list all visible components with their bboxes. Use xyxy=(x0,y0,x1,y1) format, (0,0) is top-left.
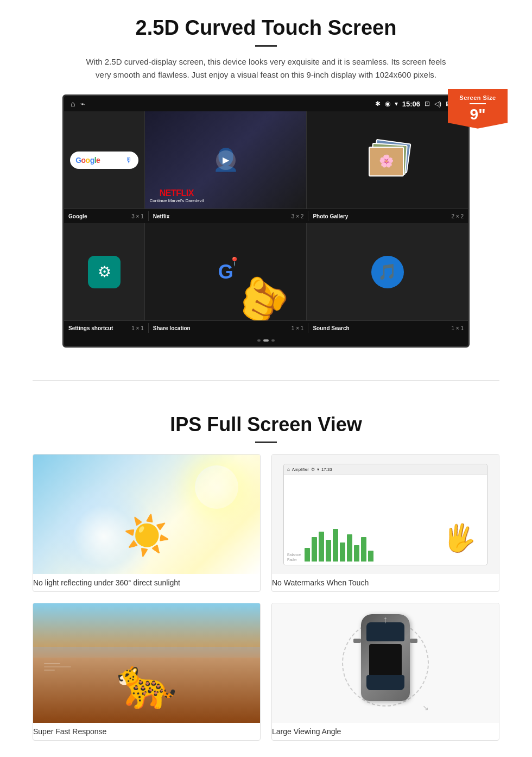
feature-card-car: ↑ ↘ Large Viewing Angle xyxy=(271,603,499,741)
sound-label-size: 1 × 1 xyxy=(451,325,464,331)
bluetooth-icon: ✱ xyxy=(375,100,381,108)
sunlight-glare-effect: ☀️ xyxy=(123,513,170,558)
google-maps-g: G 📍 xyxy=(218,261,233,283)
section-curved-screen: 2.5D Curved Touch Screen With 2.5D curve… xyxy=(0,0,532,358)
feature-card-equalizer: ⌂ Amplifier ⚙ ▾ 17:33 Balance Fader xyxy=(271,454,499,592)
motion-line-2 xyxy=(44,666,71,667)
eq-wifi-icon: ▾ xyxy=(317,467,319,472)
angle-arrow-br: ↘ xyxy=(422,703,429,712)
shareloc-label: Share location 1 × 1 xyxy=(149,323,309,333)
motion-lines xyxy=(44,663,71,671)
netflix-label-name: Netflix xyxy=(153,213,170,219)
motion-line-3 xyxy=(44,670,55,671)
cheetah-emoji: 🐆 xyxy=(116,655,177,712)
eq-bar-5 xyxy=(333,529,338,562)
shareloc-label-name: Share location xyxy=(153,325,191,331)
car-image: ↑ ↘ xyxy=(272,603,499,723)
app-labels-row-2: Settings shortcut 1 × 1 Share location 1… xyxy=(64,321,468,335)
motion-line-1 xyxy=(44,663,60,664)
status-bar: ⌂ ⌁ ✱ ◉ ▾ 15:06 ⊡ ◁) ⊠ ▭ xyxy=(64,96,468,111)
eq-bar-9 xyxy=(361,537,366,562)
eq-bar-3 xyxy=(319,532,324,562)
badge-divider xyxy=(470,103,486,104)
status-left: ⌂ ⌁ xyxy=(71,99,85,108)
google-app-cell[interactable]: Google 🎙 xyxy=(64,111,145,209)
car-top-view xyxy=(353,614,418,712)
photo-gallery-cell[interactable]: 🌸 xyxy=(307,111,468,209)
badge-size-text: 9" xyxy=(452,106,503,123)
gallery-label: Photo Gallery 2 × 2 xyxy=(308,211,468,221)
car-label: Large Viewing Angle xyxy=(272,723,499,740)
sunlight-image: ☀️ xyxy=(33,455,260,574)
camera-icon: ⊡ xyxy=(425,100,430,108)
feature-card-sunlight: ☀️ No light reflecting under 360° direct… xyxy=(33,454,261,592)
device-screen: ⌂ ⌁ ✱ ◉ ▾ 15:06 ⊡ ◁) ⊠ ▭ xyxy=(62,94,470,348)
section1-description: With 2.5D curved-display screen, this de… xyxy=(81,55,451,81)
mic-icon[interactable]: 🎙 xyxy=(125,156,133,165)
equalizer-image: ⌂ Amplifier ⚙ ▾ 17:33 Balance Fader xyxy=(272,455,499,574)
settings-icon: ⚙ xyxy=(88,256,121,288)
eq-hand-icon: 🖐 xyxy=(440,520,479,557)
usb-icon: ⌁ xyxy=(80,99,85,108)
eq-bar-7 xyxy=(347,534,352,562)
car-mirror-right xyxy=(410,639,417,643)
eq-bar-10 xyxy=(368,551,373,562)
dot-2-active xyxy=(263,339,269,342)
eq-labels: Balance Fader xyxy=(287,553,301,562)
pointing-hand-icon: 🫵 xyxy=(230,269,296,320)
settings-label: Settings shortcut 1 × 1 xyxy=(64,323,149,333)
netflix-app-cell[interactable]: 👤 ▶ NETFLIX Continue Marvel's Daredevil xyxy=(145,111,307,209)
app-row-2: ⚙ G 📍 🫵 🎵 xyxy=(64,223,468,321)
sound-search-cell[interactable]: 🎵 xyxy=(307,223,468,320)
play-button[interactable]: ▶ xyxy=(216,150,236,170)
sound-icon: 🎵 xyxy=(371,256,404,288)
shareloc-label-size: 1 × 1 xyxy=(292,325,304,331)
angle-arrow-top: ↑ xyxy=(383,614,388,626)
app-labels-row-1: Google 3 × 1 Netflix 3 × 2 Photo Gallery… xyxy=(64,209,468,223)
sky-bg xyxy=(33,603,260,647)
feature-card-cheetah: 🐆 Super Fast Response xyxy=(33,603,261,741)
google-label-name: Google xyxy=(68,213,87,219)
sunlight-label: No light reflecting under 360° direct su… xyxy=(33,574,260,591)
equalizer-label: No Watermarks When Touch xyxy=(272,574,499,591)
section1-title: 2.5D Curved Touch Screen xyxy=(33,16,499,40)
page-dots xyxy=(64,335,468,346)
dot-1 xyxy=(257,339,261,342)
screen-size-badge: Screen Size 9" xyxy=(448,89,508,129)
eq-home-icon: ⌂ xyxy=(287,467,290,472)
home-icon[interactable]: ⌂ xyxy=(71,99,75,108)
gallery-label-size: 2 × 2 xyxy=(451,213,464,219)
eq-screen: ⌂ Amplifier ⚙ ▾ 17:33 Balance Fader xyxy=(283,464,487,565)
eq-bar-4 xyxy=(326,540,331,562)
status-time: 15:06 xyxy=(402,100,420,108)
cheetah-label: Super Fast Response xyxy=(33,723,260,740)
eq-bar-8 xyxy=(354,545,359,562)
eq-bar-2 xyxy=(312,537,317,562)
share-location-cell[interactable]: G 📍 🫵 xyxy=(145,223,307,320)
section-ips-screen: IPS Full Screen View ☀️ No light reflect… xyxy=(0,402,532,757)
netflix-label: Netflix 3 × 2 xyxy=(149,211,309,221)
device-mockup: Screen Size 9" ⌂ ⌁ ✱ ◉ ▾ 15:06 ⊡ ◁) ⊠ xyxy=(62,94,470,348)
google-search-bar[interactable]: Google 🎙 xyxy=(70,152,138,169)
google-label-size: 3 × 1 xyxy=(131,213,144,219)
car-view-container: ↑ ↘ xyxy=(331,609,440,717)
title-divider xyxy=(255,45,277,47)
settings-app-cell[interactable]: ⚙ xyxy=(64,223,145,320)
volume-icon: ◁) xyxy=(434,100,441,108)
netflix-brand: NETFLIX xyxy=(149,188,204,198)
car-roof xyxy=(369,644,402,677)
flower-icon: 🌸 xyxy=(379,154,394,168)
google-label: Google 3 × 1 xyxy=(64,211,149,221)
wifi-icon: ▾ xyxy=(395,100,398,108)
eq-bar-1 xyxy=(305,548,310,562)
eq-settings-icon: ⚙ xyxy=(311,467,315,472)
settings-label-name: Settings shortcut xyxy=(68,325,113,331)
section2-title-divider xyxy=(255,441,277,443)
dot-3 xyxy=(271,339,275,342)
netflix-label-size: 3 × 2 xyxy=(292,213,304,219)
badge-title-text: Screen Size xyxy=(452,94,503,101)
eq-time: 17:33 xyxy=(321,467,332,472)
car-mirror-left xyxy=(353,639,361,643)
eq-bar-6 xyxy=(340,542,345,562)
eq-amplifier-text: Amplifier xyxy=(292,467,309,472)
